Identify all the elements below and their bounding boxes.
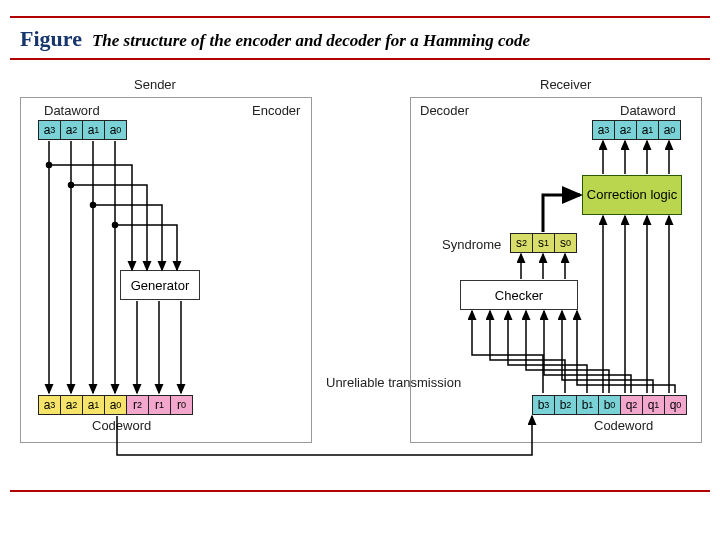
sender-label: Sender xyxy=(134,77,176,92)
cell-a2: a2 xyxy=(60,120,83,140)
cell-s2: s2 xyxy=(510,233,533,253)
transmission-label: Unreliable transmission xyxy=(326,375,406,391)
decoder-panel xyxy=(410,97,702,443)
cell-r-a2: a2 xyxy=(614,120,637,140)
sender-codeword-cells: a3 a2 a1 a0 r2 r1 r0 xyxy=(38,395,193,415)
cell-b2: b2 xyxy=(554,395,577,415)
cell-cw-a1: a1 xyxy=(82,395,105,415)
cell-s1: s1 xyxy=(532,233,555,253)
sender-codeword-label: Codeword xyxy=(92,418,151,433)
checker-label: Checker xyxy=(495,288,543,303)
cell-q1: q1 xyxy=(642,395,665,415)
figure-title-row: Figure The structure of the encoder and … xyxy=(20,26,700,52)
syndrome-cells: s2 s1 s0 xyxy=(510,233,577,253)
cell-cw-r0: r0 xyxy=(170,395,193,415)
cell-a0: a0 xyxy=(104,120,127,140)
transmission-text: Unreliable transmission xyxy=(326,375,461,390)
generator-label: Generator xyxy=(131,278,190,293)
top-rule xyxy=(10,16,710,18)
correction-label: Correction logic xyxy=(587,188,677,202)
decoder-label: Decoder xyxy=(420,103,469,118)
cell-b3: b3 xyxy=(532,395,555,415)
receiver-codeword-cells: b3 b2 b1 b0 q2 q1 q0 xyxy=(532,395,687,415)
checker-box: Checker xyxy=(460,280,578,310)
cell-s0: s0 xyxy=(554,233,577,253)
encoder-label: Encoder xyxy=(252,103,300,118)
receiver-label: Receiver xyxy=(540,77,591,92)
cell-r-a3: a3 xyxy=(592,120,615,140)
figure-label: Figure xyxy=(20,26,82,52)
cell-r-a0: a0 xyxy=(658,120,681,140)
cell-cw-a2: a2 xyxy=(60,395,83,415)
bottom-rule xyxy=(10,490,710,492)
receiver-dataword-cells: a3 a2 a1 a0 xyxy=(592,120,681,140)
generator-box: Generator xyxy=(120,270,200,300)
diagram: Sender Receiver Encoder Dataword a3 a2 a… xyxy=(12,75,708,485)
figure-title: The structure of the encoder and decoder… xyxy=(92,31,530,51)
sender-dataword-cells: a3 a2 a1 a0 xyxy=(38,120,127,140)
cell-cw-r2: r2 xyxy=(126,395,149,415)
sender-dataword-label: Dataword xyxy=(44,103,100,118)
cell-q2: q2 xyxy=(620,395,643,415)
cell-cw-r1: r1 xyxy=(148,395,171,415)
cell-a3: a3 xyxy=(38,120,61,140)
cell-a1: a1 xyxy=(82,120,105,140)
receiver-dataword-label: Dataword xyxy=(620,103,676,118)
cell-cw-a0: a0 xyxy=(104,395,127,415)
cell-b0: b0 xyxy=(598,395,621,415)
cell-r-a1: a1 xyxy=(636,120,659,140)
title-underline xyxy=(10,58,710,60)
cell-q0: q0 xyxy=(664,395,687,415)
syndrome-label: Syndrome xyxy=(442,237,501,252)
cell-cw-a3: a3 xyxy=(38,395,61,415)
receiver-codeword-label: Codeword xyxy=(594,418,653,433)
correction-logic-box: Correction logic xyxy=(582,175,682,215)
cell-b1: b1 xyxy=(576,395,599,415)
